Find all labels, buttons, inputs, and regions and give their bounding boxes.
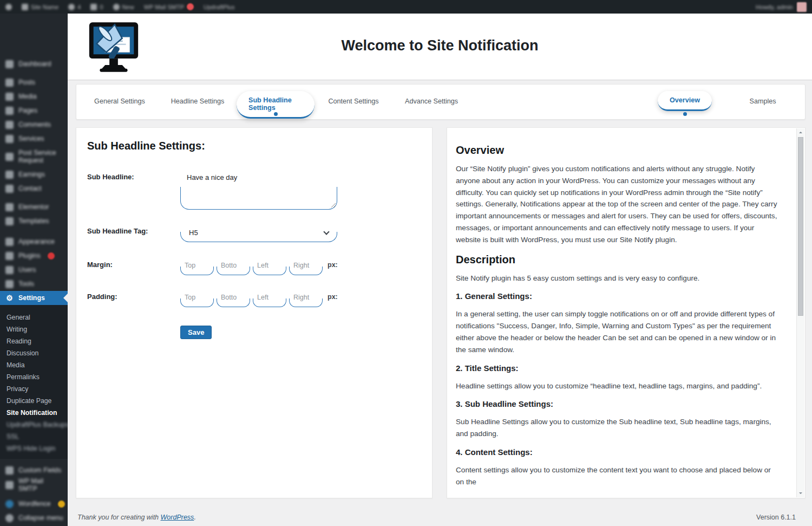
wp-mail-smtp-menu[interactable]: WP Mail SMTP (144, 3, 194, 10)
sub-headline-tag-control: H5 (180, 225, 337, 242)
sidebar-item-plugins[interactable]: Plugins (0, 249, 68, 263)
plugins-icon (5, 252, 14, 260)
tab-label: Sub Headline Settings (237, 91, 315, 119)
margin-left-input[interactable] (253, 258, 286, 275)
submenu-item-permalinks[interactable]: Permalinks (0, 371, 68, 383)
padding-left-input[interactable] (253, 290, 286, 307)
settings-tabs-bar: General Settings Headline Settings Sub H… (76, 84, 806, 120)
margin-top-input[interactable] (180, 258, 214, 275)
tab-samples[interactable]: Samples (724, 85, 802, 119)
submenu-item-updraftplus[interactable]: UpdraftPlus Backups (0, 419, 68, 431)
plus-icon (113, 4, 120, 10)
tab-sub-headline-settings[interactable]: Sub Headline Settings (237, 85, 315, 119)
section-heading-general: 1. General Settings: (456, 291, 780, 301)
smtp-notification-badge (187, 3, 194, 10)
sidebar-item-contact[interactable]: Contact (0, 181, 68, 196)
sidebar-item-label: Appearance (18, 238, 55, 245)
updates-menu[interactable]: 4 (68, 4, 81, 10)
submenu-item-general[interactable]: General (0, 311, 68, 323)
comments-count: 0 (100, 4, 103, 10)
admin-sidebar: Dashboard Posts Media Pages Comments Ser… (0, 14, 68, 526)
sidebar-item-label: Services (18, 135, 44, 142)
tab-label: Advance Settings (405, 98, 458, 105)
overview-heading: Overview (456, 144, 780, 157)
updates-icon (68, 4, 75, 10)
sidebar-item-label: Contact (18, 185, 42, 192)
margin-label: Margin: (87, 258, 180, 275)
wp-mail-smtp-label: WP Mail SMTP (144, 4, 184, 10)
sidebar-item-posts[interactable]: Posts (0, 75, 68, 89)
submenu-item-writing[interactable]: Writing (0, 323, 68, 335)
margin-bottom-input[interactable] (217, 258, 250, 275)
scroll-down-arrow[interactable] (797, 490, 804, 497)
tab-label: Samples (750, 98, 776, 105)
main-content: Welcome to Site Notification General Set… (68, 14, 812, 526)
sidebar-item-settings[interactable]: Settings (0, 291, 68, 305)
services-icon (5, 135, 14, 143)
sidebar-item-wp-mail-smtp[interactable]: WP Mail SMTP (0, 477, 68, 493)
sidebar-item-custom-fields[interactable]: Custom Fields (0, 463, 68, 477)
sidebar-item-pages[interactable]: Pages (0, 103, 68, 118)
section-heading-sub-headline: 3. Sub Headline Settings: (456, 399, 780, 408)
comments-menu[interactable]: 0 (90, 4, 103, 10)
tab-overview[interactable]: Overview (646, 85, 724, 119)
new-label: New (122, 4, 134, 10)
sidebar-item-label: Tools (18, 280, 34, 288)
wordpress-link[interactable]: WordPress (161, 514, 194, 521)
tab-label: Headline Settings (171, 98, 225, 105)
submenu-item-ssl[interactable]: SSL (0, 431, 68, 443)
submenu-item-duplicate-page[interactable]: Duplicate Page (0, 395, 68, 407)
posts-icon (5, 79, 14, 87)
sidebar-item-comments[interactable]: Comments (0, 118, 68, 132)
tab-content-settings[interactable]: Content Settings (315, 85, 392, 119)
overview-scrollbar (796, 128, 804, 497)
margin-unit-label: px: (328, 258, 338, 269)
site-name-menu[interactable]: Site Name (22, 4, 58, 10)
plugin-header: Welcome to Site Notification (68, 14, 812, 80)
wordpress-logo-menu[interactable] (5, 4, 12, 10)
sidebar-item-earnings[interactable]: Earnings (0, 167, 68, 181)
footer-thanks-period: . (194, 514, 195, 521)
sidebar-item-service-request[interactable]: Post Service Request (0, 146, 68, 167)
user-avatar[interactable] (797, 2, 807, 12)
updraftplus-menu[interactable]: UpdraftPlus (204, 4, 234, 10)
dashboard-icon (5, 60, 14, 68)
sidebar-item-label: Earnings (18, 171, 45, 178)
submenu-item-privacy[interactable]: Privacy (0, 383, 68, 395)
sidebar-item-templates[interactable]: Templates (0, 214, 68, 228)
padding-top-input[interactable] (180, 290, 214, 307)
howdy-label[interactable]: Howdy, admin (756, 4, 793, 10)
new-content-menu[interactable]: New (113, 4, 134, 10)
sub-headline-textarea[interactable]: Have a nice day (180, 171, 337, 210)
media-icon (5, 93, 14, 101)
sidebar-item-services[interactable]: Services (0, 132, 68, 146)
pages-icon (5, 107, 14, 115)
margin-right-input[interactable] (289, 258, 323, 275)
sidebar-item-elementor[interactable]: Elementor (0, 200, 68, 214)
tab-general-settings[interactable]: General Settings (81, 85, 159, 119)
submenu-item-wps-hide-login[interactable]: WPS Hide Login (0, 443, 68, 454)
padding-bottom-input[interactable] (217, 290, 250, 307)
submenu-item-site-notification[interactable]: Site Notification (0, 407, 68, 419)
sidebar-item-media[interactable]: Media (0, 89, 68, 103)
sidebar-item-wordfence[interactable]: Wordfence (0, 497, 68, 511)
padding-right-input[interactable] (289, 290, 323, 307)
sidebar-item-collapse-menu[interactable]: Collapse menu (0, 511, 68, 525)
section-body-sub-headline: Sub Headline Settings allow you to custo… (456, 416, 780, 440)
tab-advance-settings[interactable]: Advance Settings (392, 85, 470, 119)
save-button[interactable]: Save (180, 326, 212, 339)
sidebar-item-tools[interactable]: Tools (0, 277, 68, 291)
scroll-up-arrow[interactable] (797, 128, 804, 136)
scrollbar-thumb[interactable] (798, 137, 803, 316)
sidebar-item-label: Custom Fields (18, 466, 61, 474)
sidebar-item-dashboard[interactable]: Dashboard (0, 57, 68, 71)
sidebar-item-label: Collapse menu (18, 514, 63, 522)
sidebar-item-users[interactable]: Users (0, 263, 68, 277)
sub-headline-tag-select[interactable]: H5 (180, 225, 337, 242)
sidebar-item-label: Elementor (18, 203, 49, 211)
sidebar-item-appearance[interactable]: Appearance (0, 235, 68, 249)
submenu-item-discussion[interactable]: Discussion (0, 347, 68, 359)
submenu-item-reading[interactable]: Reading (0, 335, 68, 347)
tab-headline-settings[interactable]: Headline Settings (159, 85, 237, 119)
submenu-item-media[interactable]: Media (0, 359, 68, 371)
